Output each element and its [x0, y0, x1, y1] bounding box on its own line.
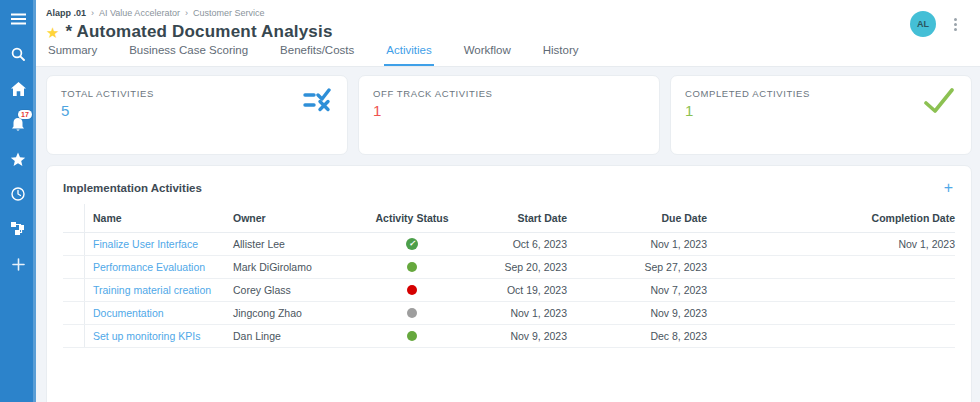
- due-date-cell: Nov 7, 2023: [567, 284, 707, 296]
- tab-workflow[interactable]: Workflow: [462, 38, 513, 66]
- breadcrumb-separator: ›: [91, 8, 94, 18]
- row-handle[interactable]: [63, 325, 85, 347]
- activity-name-link[interactable]: Training material creation: [85, 284, 225, 296]
- owner-cell: Allister Lee: [225, 238, 367, 250]
- off-track-activities-value: 1: [373, 102, 645, 119]
- row-handle[interactable]: [63, 279, 85, 301]
- breadcrumb: Alapp .01 › AI Value Accelerator › Custo…: [46, 8, 264, 18]
- breadcrumb-item[interactable]: AI Value Accelerator: [99, 8, 180, 18]
- table-row: Training material creation Corey Glass O…: [63, 279, 955, 302]
- hierarchy-icon[interactable]: [9, 220, 27, 238]
- column-header-start[interactable]: Start Date: [457, 212, 567, 224]
- start-date-cell: Nov 1, 2023: [457, 307, 567, 319]
- history-clock-icon[interactable]: [9, 185, 27, 203]
- favorites-star-icon[interactable]: [9, 150, 27, 168]
- table-row: Performance Evaluation Mark DiGirolamo S…: [63, 256, 955, 279]
- row-handle[interactable]: [63, 233, 85, 255]
- search-icon[interactable]: [9, 45, 27, 63]
- breadcrumb-separator: ›: [185, 8, 188, 18]
- owner-cell: Dan Linge: [225, 330, 367, 342]
- status-dot-icon[interactable]: [407, 262, 417, 272]
- status-dot-icon[interactable]: [407, 308, 417, 318]
- status-dot-icon[interactable]: [407, 285, 417, 295]
- off-track-activities-card: OFF TRACK ACTIVITIES 1: [358, 75, 660, 155]
- summary-cards: TOTAL ACTIVITIES 5 OFF TRACK ACTIVITIES …: [46, 75, 972, 155]
- start-date-cell: Oct 6, 2023: [457, 238, 567, 250]
- status-dot-icon[interactable]: [407, 331, 417, 341]
- row-handle[interactable]: [63, 256, 85, 278]
- tab-summary[interactable]: Summary: [46, 38, 99, 66]
- menu-icon[interactable]: [9, 10, 27, 28]
- start-date-cell: Sep 20, 2023: [457, 261, 567, 273]
- page-header: Alapp .01 › AI Value Accelerator › Custo…: [36, 0, 980, 67]
- column-header-due[interactable]: Due Date: [567, 212, 707, 224]
- card-label: TOTAL ACTIVITIES: [61, 88, 333, 99]
- notifications-bell-icon[interactable]: 17: [9, 115, 27, 133]
- table-row: Set up monitoring KPIs Dan Linge Nov 9, …: [63, 325, 955, 348]
- activity-name-link[interactable]: Set up monitoring KPIs: [85, 330, 225, 342]
- tab-benefits-costs[interactable]: Benefits/Costs: [278, 38, 356, 66]
- completed-activities-card: COMPLETED ACTIVITIES 1: [670, 75, 972, 155]
- status-check-circle-icon[interactable]: ✓: [406, 238, 418, 250]
- column-header-owner[interactable]: Owner: [225, 212, 367, 224]
- notification-count-badge: 17: [18, 110, 32, 119]
- card-label: OFF TRACK ACTIVITIES: [373, 88, 645, 99]
- due-date-cell: Dec 8, 2023: [567, 330, 707, 342]
- column-header-name[interactable]: Name: [85, 212, 225, 224]
- due-date-cell: Sep 27, 2023: [567, 261, 707, 273]
- column-header-status[interactable]: Activity Status: [367, 212, 457, 224]
- sidebar: 17: [0, 0, 36, 402]
- activity-name-link[interactable]: Documentation: [85, 307, 225, 319]
- tab-history[interactable]: History: [541, 38, 581, 66]
- table-row: Finalize User Interface Allister Lee ✓ O…: [63, 233, 955, 256]
- avatar[interactable]: AL: [910, 11, 936, 37]
- tab-bar: Summary Business Case Scoring Benefits/C…: [46, 38, 581, 66]
- kebab-menu-icon[interactable]: [948, 13, 962, 35]
- activity-name-link[interactable]: Performance Evaluation: [85, 261, 225, 273]
- start-date-cell: Nov 9, 2023: [457, 330, 567, 342]
- start-date-cell: Oct 19, 2023: [457, 284, 567, 296]
- breadcrumb-item[interactable]: Customer Service: [193, 8, 265, 18]
- owner-cell: Corey Glass: [225, 284, 367, 296]
- add-plus-icon[interactable]: [9, 255, 27, 273]
- activity-name-link[interactable]: Finalize User Interface: [85, 238, 225, 250]
- due-date-cell: Nov 1, 2023: [567, 238, 707, 250]
- column-header-completion[interactable]: Completion Date: [707, 212, 955, 224]
- tab-business-case-scoring[interactable]: Business Case Scoring: [127, 38, 250, 66]
- owner-cell: Mark DiGirolamo: [225, 261, 367, 273]
- card-label: COMPLETED ACTIVITIES: [685, 88, 957, 99]
- table-header-row: Name Owner Activity Status Start Date Du…: [63, 204, 955, 233]
- table-row: Documentation Jingcong Zhao Nov 1, 2023 …: [63, 302, 955, 325]
- completed-activities-value: 1: [685, 102, 957, 119]
- tab-activities[interactable]: Activities: [384, 38, 433, 66]
- completion-date-cell: Nov 1, 2023: [707, 238, 955, 250]
- section-title: Implementation Activities: [63, 182, 202, 194]
- checklist-icon: [303, 88, 331, 116]
- home-icon[interactable]: [9, 80, 27, 98]
- add-activity-button[interactable]: +: [942, 180, 955, 196]
- total-activities-value: 5: [61, 102, 333, 119]
- due-date-cell: Nov 9, 2023: [567, 307, 707, 319]
- total-activities-card: TOTAL ACTIVITIES 5: [46, 75, 348, 155]
- breadcrumb-app[interactable]: Alapp .01: [46, 8, 86, 18]
- owner-cell: Jingcong Zhao: [225, 307, 367, 319]
- green-check-icon: [923, 88, 955, 118]
- row-handle[interactable]: [63, 302, 85, 324]
- implementation-activities-panel: Implementation Activities + Name Owner A…: [46, 165, 972, 402]
